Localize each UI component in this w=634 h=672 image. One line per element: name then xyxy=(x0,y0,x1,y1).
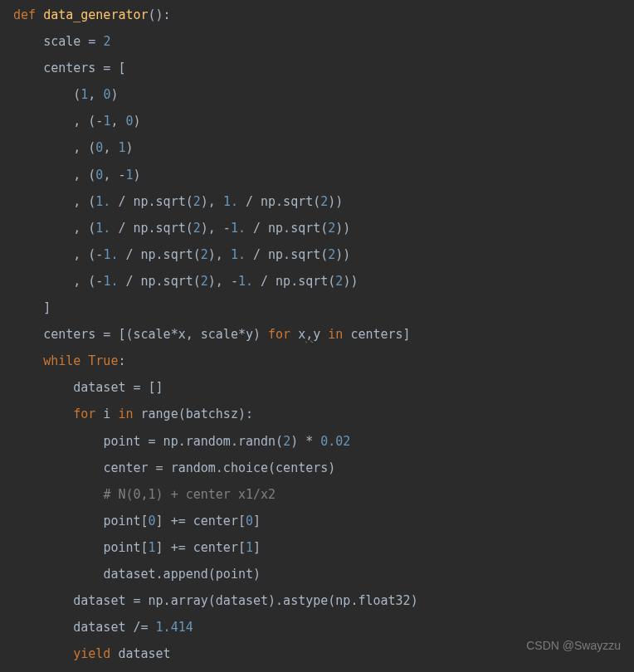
code-text: ] xyxy=(43,300,51,315)
code-line[interactable]: dataset.append(point) xyxy=(0,561,634,587)
keyword-true: True xyxy=(80,353,118,368)
code-line[interactable]: while True: xyxy=(0,348,634,374)
code-text: centers = [ xyxy=(43,61,125,75)
keyword-yield: yield xyxy=(73,646,110,661)
code-text: ] xyxy=(253,514,261,528)
code-text: center = random.choice(centers) xyxy=(103,460,335,475)
code-line[interactable]: centers = [ xyxy=(0,55,634,81)
number: 1. xyxy=(103,247,118,262)
code-text: y xyxy=(313,327,328,342)
code-text: ), xyxy=(208,247,231,262)
code-text: )) xyxy=(328,194,343,209)
code-line[interactable]: def data_generator(): xyxy=(0,2,634,28)
code-text: dataset xyxy=(110,646,170,661)
code-line[interactable]: center = random.choice(centers) xyxy=(0,455,634,481)
number: 1. xyxy=(238,274,253,289)
code-line[interactable]: centers = [(scale*x, scale*y) for x,y in… xyxy=(0,321,634,348)
code-text: ), - xyxy=(208,274,238,289)
code-text: ) * xyxy=(290,434,320,449)
code-line[interactable]: , (0, 1) xyxy=(0,134,634,161)
code-text: , ( xyxy=(73,221,95,236)
code-text: , (- xyxy=(73,114,103,129)
code-text: ) xyxy=(134,114,141,129)
code-text: dataset /= xyxy=(73,620,155,635)
code-text: )) xyxy=(335,247,350,262)
code-line[interactable]: (1, 0) xyxy=(0,81,634,108)
keyword-def: def xyxy=(13,7,36,22)
code-text: ) xyxy=(110,87,118,102)
number: 1 xyxy=(125,168,133,183)
code-text: ) xyxy=(125,140,133,155)
code-line[interactable]: scale = 2 xyxy=(0,28,634,55)
code-text: ), - xyxy=(201,221,231,236)
squiggle-comma: , xyxy=(305,327,313,342)
keyword-in: in xyxy=(328,327,343,342)
code-text: / np.sqrt( xyxy=(238,194,320,209)
keyword-in: in xyxy=(118,407,133,421)
number: 1. xyxy=(231,247,246,262)
function-name: data_generator xyxy=(43,7,148,22)
keyword-for: for xyxy=(73,407,95,421)
code-line[interactable]: , (-1. / np.sqrt(2), -1. / np.sqrt(2)) xyxy=(0,268,634,295)
number: 2 xyxy=(201,274,208,289)
number: 1. xyxy=(231,221,246,236)
number: 2 xyxy=(201,247,208,262)
code-text: i xyxy=(95,407,118,421)
code-text: : xyxy=(118,353,125,368)
comment: # N(0,1) + center x1/x2 xyxy=(103,487,276,502)
number: 2 xyxy=(283,434,290,449)
number: 0 xyxy=(125,114,133,129)
number: 1. xyxy=(95,194,110,209)
number: 2 xyxy=(320,194,328,209)
code-text: , (- xyxy=(73,247,103,262)
number: 1. xyxy=(95,221,110,236)
code-text: dataset.append(point) xyxy=(103,567,261,582)
code-text: / np.sqrt( xyxy=(118,274,200,289)
code-line[interactable]: , (1. / np.sqrt(2), 1. / np.sqrt(2)) xyxy=(0,188,634,215)
code-line[interactable]: dataset = np.array(dataset).astype(np.fl… xyxy=(0,587,634,614)
number: 2 xyxy=(328,247,335,262)
code-line[interactable]: point[1] += center[1] xyxy=(0,534,634,561)
code-text: , xyxy=(88,87,103,102)
code-text: , - xyxy=(103,168,125,183)
number: 1 xyxy=(149,540,156,555)
number: 1 xyxy=(246,540,253,555)
code-text: )) xyxy=(335,221,350,236)
code-text: / np.sqrt( xyxy=(110,221,193,236)
code-text: / np.sqrt( xyxy=(246,247,328,262)
number: 0 xyxy=(149,514,156,528)
number: 1.414 xyxy=(156,620,193,635)
code-text: dataset = [] xyxy=(73,380,163,395)
number: 2 xyxy=(328,221,335,236)
code-text: )) xyxy=(343,274,358,289)
code-text: x xyxy=(290,327,305,342)
code-text: ] += center[ xyxy=(156,540,246,555)
code-line[interactable]: point = np.random.randn(2) * 0.02 xyxy=(0,428,634,455)
code-text: , xyxy=(110,114,125,129)
code-text: point[ xyxy=(103,514,148,528)
code-line[interactable]: , (-1. / np.sqrt(2), 1. / np.sqrt(2)) xyxy=(0,241,634,268)
keyword-for: for xyxy=(268,327,290,342)
code-line[interactable]: dataset = [] xyxy=(0,374,634,401)
code-text: ( xyxy=(73,87,80,102)
code-text: / np.sqrt( xyxy=(118,247,200,262)
number: 2 xyxy=(193,194,201,209)
code-text: ] xyxy=(253,540,261,555)
number: 0 xyxy=(246,514,253,528)
code-line[interactable]: point[0] += center[0] xyxy=(0,508,634,534)
code-text: , ( xyxy=(73,168,95,183)
parens: (): xyxy=(149,7,171,22)
number: 2 xyxy=(103,34,110,49)
number: 2 xyxy=(193,221,201,236)
code-line[interactable]: , (0, -1) xyxy=(0,162,634,188)
code-line[interactable]: for i in range(batchsz): xyxy=(0,401,634,427)
code-line[interactable]: , (1. / np.sqrt(2), -1. / np.sqrt(2)) xyxy=(0,215,634,241)
code-line[interactable]: ] xyxy=(0,295,634,321)
code-text: dataset = np.array(dataset).astype(np.fl… xyxy=(73,593,417,608)
code-text: , ( xyxy=(73,194,95,209)
code-line[interactable]: # N(0,1) + center x1/x2 xyxy=(0,481,634,508)
code-line[interactable]: , (-1, 0) xyxy=(0,108,634,134)
code-text: scale = xyxy=(43,34,103,49)
code-text: / np.sqrt( xyxy=(253,274,335,289)
code-text: centers = [(scale*x, scale*y) xyxy=(43,327,268,342)
